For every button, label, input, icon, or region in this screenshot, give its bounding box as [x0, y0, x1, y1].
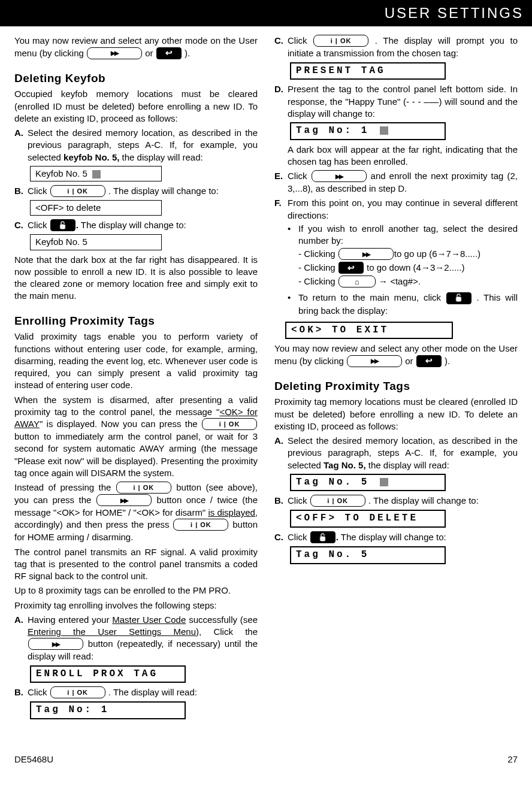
- unlock-button[interactable]: [446, 292, 471, 304]
- back-button[interactable]: [338, 262, 364, 274]
- back-arrow-icon: [425, 355, 433, 367]
- del-kf-note: Note that the dark box at the far right …: [14, 254, 258, 302]
- lcd-off-to-delete: <OFF> to delete: [30, 200, 162, 216]
- enroll-p3: Instead of pressing the button (see abov…: [14, 482, 258, 544]
- lcd-present-tag: PRESENT TAG: [290, 62, 446, 80]
- fast-forward-icon: [335, 172, 343, 181]
- prox-enroll-steps: A. Having entered your Master User Code …: [14, 614, 258, 663]
- doc-id: DE5468U: [14, 753, 53, 765]
- enroll-p5: Up to 8 proximity tags can be enrolled t…: [14, 585, 258, 597]
- ok-button[interactable]: [50, 686, 105, 698]
- forward-button[interactable]: [96, 494, 152, 506]
- back-arrow-icon: [165, 47, 173, 59]
- page-header: USER SETTINGS: [0, 0, 532, 26]
- fast-forward-icon: [111, 49, 118, 57]
- heading-enrolling-prox: Enrolling Proximity Tags: [14, 313, 258, 329]
- lcd-keyfob-5-clear: Keyfob No. 5: [30, 234, 162, 250]
- dark-box-note: A dark box will appear at the far right,…: [288, 144, 518, 168]
- heading-deleting-prox: Deleting Proximity Tags: [274, 379, 518, 394]
- lcd-tag-5-clear: Tag No. 5: [290, 546, 446, 564]
- forward-button[interactable]: [338, 248, 394, 260]
- fast-forward-icon: [120, 496, 128, 505]
- ok-button[interactable]: [173, 519, 228, 531]
- unlock-icon: [318, 532, 327, 542]
- forward-button[interactable]: [312, 170, 367, 182]
- unlock-button[interactable]: [50, 219, 75, 231]
- forward-button[interactable]: [28, 638, 83, 650]
- enroll-p2: When the system is disarmed, after prese…: [14, 394, 258, 480]
- ok-icon: [219, 420, 240, 429]
- fast-forward-icon: [52, 640, 59, 649]
- enroll-p4: The control panel transmits an RF signal…: [14, 546, 258, 583]
- lcd-enroll-prox: ENROLL PROX TAG: [30, 665, 186, 683]
- enroll-p1: Valid proximity tags enable you to perfo…: [14, 331, 258, 391]
- lcd-keyfob-5-box: Keyfob No. 5: [30, 166, 162, 181]
- home-button[interactable]: [338, 276, 376, 287]
- lcd-tag-no-1-enrolled: Tag No: 1: [290, 122, 446, 140]
- del-px-steps: A. Select the desired memory location, a…: [274, 435, 518, 471]
- forward-button[interactable]: [347, 355, 402, 367]
- lcd-tag-no-1: Tag No: 1: [30, 701, 186, 719]
- cursor-block: [380, 126, 388, 135]
- outro-text: You may now review and select any other …: [274, 343, 518, 367]
- ok-icon: [191, 520, 211, 529]
- prox-enroll-intro: Proximity tag enrolling involves the fol…: [14, 600, 258, 612]
- unlock-button[interactable]: [310, 531, 335, 543]
- ok-button[interactable]: [50, 185, 105, 197]
- page-number: 27: [507, 753, 518, 765]
- lcd-off-to-delete-prox: <OFF> TO DELETE: [290, 510, 446, 528]
- ok-button[interactable]: [116, 482, 171, 494]
- ok-icon: [67, 187, 88, 196]
- cursor-block: [380, 478, 388, 486]
- ok-icon: [331, 37, 352, 46]
- lcd-ok-to-exit: <OK> TO EXIT: [285, 322, 453, 340]
- home-icon: [355, 277, 359, 287]
- unlock-icon: [454, 293, 463, 302]
- ok-icon: [67, 688, 88, 697]
- header-title: USER SETTINGS: [385, 5, 524, 21]
- cursor-block: [92, 170, 101, 178]
- page-footer: DE5468U 27: [0, 751, 532, 771]
- ok-icon: [134, 483, 155, 492]
- ok-button[interactable]: [202, 418, 257, 430]
- back-arrow-icon: [347, 262, 355, 274]
- del-kf-intro: Occupied keyfob memory locations must be…: [14, 88, 258, 125]
- heading-deleting-keyfob: Deleting Keyfob: [14, 71, 258, 86]
- fast-forward-icon: [362, 250, 370, 259]
- forward-button[interactable]: [87, 47, 142, 59]
- intro-text: You may now review and select any other …: [14, 35, 258, 59]
- ok-button[interactable]: [313, 35, 368, 47]
- back-button[interactable]: [156, 47, 182, 59]
- del-kf-steps: A. Select the desired memory location, a…: [14, 127, 258, 164]
- unlock-icon: [58, 220, 67, 230]
- ok-button[interactable]: [310, 495, 365, 507]
- del-px-intro: Proximity tag memory locations must be c…: [274, 396, 518, 432]
- fast-forward-icon: [371, 356, 378, 365]
- ok-icon: [327, 497, 348, 506]
- back-button[interactable]: [416, 355, 442, 367]
- lcd-tag-5-box: Tag No. 5: [290, 474, 446, 492]
- page-body: You may now review and select any other …: [0, 26, 532, 751]
